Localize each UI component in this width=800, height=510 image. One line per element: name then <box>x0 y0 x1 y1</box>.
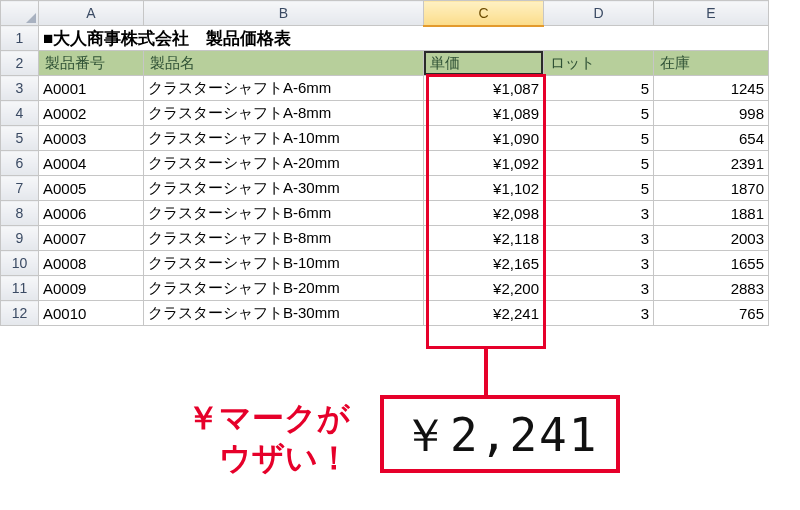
spreadsheet-grid[interactable]: A B C D E 1 ■大人商事株式会社 製品価格表 2 製品番号 製品名 単… <box>0 0 769 326</box>
cell[interactable]: 5 <box>544 101 654 126</box>
cell[interactable]: 2391 <box>654 151 769 176</box>
cell[interactable]: ¥1,092 <box>424 151 544 176</box>
annotation-callout: ￥マークが ウザい！ <box>110 398 350 478</box>
col-header-E[interactable]: E <box>654 1 769 26</box>
cell[interactable]: 765 <box>654 301 769 326</box>
cell[interactable]: 2003 <box>654 226 769 251</box>
cell[interactable]: ロット <box>544 51 654 76</box>
col-header-A[interactable]: A <box>39 1 144 26</box>
cell[interactable]: ¥2,241 <box>424 301 544 326</box>
row-header[interactable]: 7 <box>1 176 39 201</box>
cell[interactable]: ¥1,089 <box>424 101 544 126</box>
row-header[interactable]: 9 <box>1 226 39 251</box>
cell[interactable]: クラスターシャフトB-6mm <box>144 201 424 226</box>
cell[interactable]: クラスターシャフトB-20mm <box>144 276 424 301</box>
cell[interactable]: 5 <box>544 126 654 151</box>
cell[interactable]: 3 <box>544 201 654 226</box>
cell[interactable]: クラスターシャフトA-30mm <box>144 176 424 201</box>
cell[interactable]: 1245 <box>654 76 769 101</box>
row-header[interactable]: 2 <box>1 51 39 76</box>
cell[interactable]: 3 <box>544 226 654 251</box>
table-row: 1 ■大人商事株式会社 製品価格表 <box>1 26 769 51</box>
cell[interactable]: 5 <box>544 151 654 176</box>
cell[interactable]: 3 <box>544 276 654 301</box>
cell[interactable]: 3 <box>544 251 654 276</box>
cell[interactable]: ¥2,118 <box>424 226 544 251</box>
cell[interactable]: クラスターシャフトB-8mm <box>144 226 424 251</box>
cell[interactable]: 在庫 <box>654 51 769 76</box>
cell[interactable]: クラスターシャフトB-10mm <box>144 251 424 276</box>
select-all-corner[interactable] <box>1 1 39 26</box>
cell[interactable]: ¥1,090 <box>424 126 544 151</box>
cell-selected[interactable]: 単価 <box>424 51 544 76</box>
cell[interactable]: クラスターシャフトB-30mm <box>144 301 424 326</box>
table-row: 2 製品番号 製品名 単価 ロット 在庫 <box>1 51 769 76</box>
cell[interactable]: A0008 <box>39 251 144 276</box>
cell[interactable]: 1655 <box>654 251 769 276</box>
cell[interactable]: 1881 <box>654 201 769 226</box>
table-row: 9A0007クラスターシャフトB-8mm¥2,11832003 <box>1 226 769 251</box>
cell[interactable]: 5 <box>544 76 654 101</box>
row-header[interactable]: 6 <box>1 151 39 176</box>
cell[interactable]: 654 <box>654 126 769 151</box>
callout-text-line2: ウザい！ <box>219 440 350 476</box>
table-row: 10A0008クラスターシャフトB-10mm¥2,16531655 <box>1 251 769 276</box>
table-row: 3A0001クラスターシャフトA-6mm¥1,08751245 <box>1 76 769 101</box>
cell[interactable]: ¥2,098 <box>424 201 544 226</box>
col-header-C[interactable]: C <box>424 1 544 26</box>
table-row: 8A0006クラスターシャフトB-6mm¥2,09831881 <box>1 201 769 226</box>
cell[interactable]: 製品番号 <box>39 51 144 76</box>
col-header-B[interactable]: B <box>144 1 424 26</box>
cell[interactable]: クラスターシャフトA-20mm <box>144 151 424 176</box>
row-header[interactable]: 4 <box>1 101 39 126</box>
table-row: 4A0002クラスターシャフトA-8mm¥1,0895998 <box>1 101 769 126</box>
row-header[interactable]: 12 <box>1 301 39 326</box>
cell[interactable]: A0006 <box>39 201 144 226</box>
cell[interactable]: クラスターシャフトA-10mm <box>144 126 424 151</box>
cell[interactable]: 998 <box>654 101 769 126</box>
cell[interactable]: クラスターシャフトA-6mm <box>144 76 424 101</box>
callout-text-line1: ￥マークが <box>187 400 350 436</box>
cell[interactable]: A0007 <box>39 226 144 251</box>
cell[interactable]: A0003 <box>39 126 144 151</box>
cell[interactable]: A0009 <box>39 276 144 301</box>
col-header-D[interactable]: D <box>544 1 654 26</box>
table-row: 11A0009クラスターシャフトB-20mm¥2,20032883 <box>1 276 769 301</box>
cell[interactable]: 1870 <box>654 176 769 201</box>
row-header[interactable]: 1 <box>1 26 39 51</box>
cell[interactable]: A0002 <box>39 101 144 126</box>
cell[interactable]: ¥2,165 <box>424 251 544 276</box>
row-header[interactable]: 5 <box>1 126 39 151</box>
row-header[interactable]: 10 <box>1 251 39 276</box>
cell[interactable]: A0001 <box>39 76 144 101</box>
table-row: 12A0010クラスターシャフトB-30mm¥2,2413765 <box>1 301 769 326</box>
table-row: 6A0004クラスターシャフトA-20mm¥1,09252391 <box>1 151 769 176</box>
sheet-title[interactable]: ■大人商事株式会社 製品価格表 <box>39 26 769 51</box>
cell[interactable]: 5 <box>544 176 654 201</box>
row-header[interactable]: 11 <box>1 276 39 301</box>
cell[interactable]: クラスターシャフトA-8mm <box>144 101 424 126</box>
cell[interactable]: 製品名 <box>144 51 424 76</box>
row-header[interactable]: 8 <box>1 201 39 226</box>
cell[interactable]: ¥1,087 <box>424 76 544 101</box>
table-row: 5A0003クラスターシャフトA-10mm¥1,0905654 <box>1 126 769 151</box>
column-header-row: A B C D E <box>1 1 769 26</box>
cell[interactable]: 3 <box>544 301 654 326</box>
connector-line <box>484 349 488 397</box>
annotation-zoom-box: ￥2,241 <box>380 395 620 473</box>
cell[interactable]: ¥1,102 <box>424 176 544 201</box>
cell[interactable]: 2883 <box>654 276 769 301</box>
table-row: 7A0005クラスターシャフトA-30mm¥1,10251870 <box>1 176 769 201</box>
cell[interactable]: A0004 <box>39 151 144 176</box>
cell[interactable]: A0010 <box>39 301 144 326</box>
cell[interactable]: ¥2,200 <box>424 276 544 301</box>
row-header[interactable]: 3 <box>1 76 39 101</box>
cell[interactable]: A0005 <box>39 176 144 201</box>
